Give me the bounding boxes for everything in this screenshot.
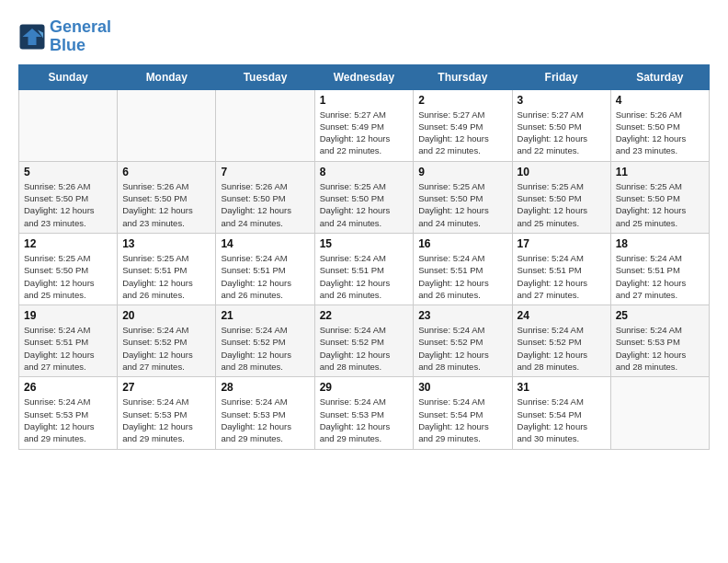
day-number: 4 [616, 94, 704, 107]
calendar-cell: 28Sunrise: 5:24 AM Sunset: 5:53 PM Dayli… [216, 377, 314, 449]
calendar-cell: 8Sunrise: 5:25 AM Sunset: 5:50 PM Daylig… [314, 161, 414, 233]
day-info: Sunrise: 5:24 AM Sunset: 5:51 PM Dayligh… [418, 252, 506, 301]
day-number: 21 [221, 309, 309, 322]
calendar-cell: 15Sunrise: 5:24 AM Sunset: 5:51 PM Dayli… [314, 233, 414, 304]
day-info: Sunrise: 5:26 AM Sunset: 5:50 PM Dayligh… [24, 180, 112, 229]
calendar-cell: 23Sunrise: 5:24 AM Sunset: 5:52 PM Dayli… [414, 305, 512, 377]
calendar-cell: 17Sunrise: 5:24 AM Sunset: 5:51 PM Dayli… [512, 233, 610, 304]
calendar-cell: 31Sunrise: 5:24 AM Sunset: 5:54 PM Dayli… [512, 377, 610, 449]
calendar-cell: 18Sunrise: 5:24 AM Sunset: 5:51 PM Dayli… [610, 233, 709, 304]
calendar-cell: 10Sunrise: 5:25 AM Sunset: 5:50 PM Dayli… [512, 161, 610, 233]
day-number: 10 [518, 166, 606, 178]
day-info: Sunrise: 5:24 AM Sunset: 5:53 PM Dayligh… [24, 396, 112, 444]
day-number: 25 [616, 309, 704, 322]
day-number: 20 [122, 309, 210, 322]
calendar-cell [19, 89, 118, 161]
day-info: Sunrise: 5:25 AM Sunset: 5:51 PM Dayligh… [122, 252, 210, 301]
logo-text: General Blue [50, 18, 111, 55]
col-header-sunday: Sunday [19, 64, 118, 89]
calendar-cell: 22Sunrise: 5:24 AM Sunset: 5:52 PM Dayli… [314, 305, 414, 377]
day-number: 3 [518, 94, 606, 107]
calendar-cell: 24Sunrise: 5:24 AM Sunset: 5:52 PM Dayli… [512, 305, 610, 377]
col-header-monday: Monday [118, 64, 216, 89]
day-info: Sunrise: 5:24 AM Sunset: 5:53 PM Dayligh… [320, 396, 409, 444]
day-number: 2 [418, 94, 506, 107]
day-info: Sunrise: 5:25 AM Sunset: 5:50 PM Dayligh… [320, 180, 409, 229]
calendar-cell: 14Sunrise: 5:24 AM Sunset: 5:51 PM Dayli… [216, 233, 314, 304]
day-info: Sunrise: 5:24 AM Sunset: 5:53 PM Dayligh… [221, 396, 309, 444]
day-number: 16 [418, 237, 506, 250]
day-info: Sunrise: 5:27 AM Sunset: 5:49 PM Dayligh… [418, 109, 506, 157]
day-info: Sunrise: 5:24 AM Sunset: 5:53 PM Dayligh… [616, 324, 704, 373]
calendar-cell: 16Sunrise: 5:24 AM Sunset: 5:51 PM Dayli… [414, 233, 512, 304]
day-info: Sunrise: 5:25 AM Sunset: 5:50 PM Dayligh… [418, 180, 506, 229]
calendar-cell: 30Sunrise: 5:24 AM Sunset: 5:54 PM Dayli… [414, 377, 512, 449]
day-info: Sunrise: 5:26 AM Sunset: 5:50 PM Dayligh… [122, 180, 210, 229]
day-number: 26 [24, 381, 112, 394]
day-number: 1 [320, 94, 409, 107]
day-info: Sunrise: 5:24 AM Sunset: 5:51 PM Dayligh… [616, 252, 704, 301]
day-info: Sunrise: 5:24 AM Sunset: 5:51 PM Dayligh… [24, 324, 112, 373]
calendar-cell: 9Sunrise: 5:25 AM Sunset: 5:50 PM Daylig… [414, 161, 512, 233]
day-number: 22 [320, 309, 409, 322]
logo: General Blue [18, 18, 111, 55]
calendar-cell [118, 89, 216, 161]
calendar-cell: 13Sunrise: 5:25 AM Sunset: 5:51 PM Dayli… [118, 233, 216, 304]
day-number: 14 [221, 237, 309, 250]
day-info: Sunrise: 5:24 AM Sunset: 5:54 PM Dayligh… [418, 396, 506, 444]
calendar-cell: 26Sunrise: 5:24 AM Sunset: 5:53 PM Dayli… [19, 377, 118, 449]
day-info: Sunrise: 5:24 AM Sunset: 5:52 PM Dayligh… [122, 324, 210, 373]
day-info: Sunrise: 5:27 AM Sunset: 5:50 PM Dayligh… [518, 109, 606, 157]
calendar-cell [216, 89, 314, 161]
calendar-cell: 5Sunrise: 5:26 AM Sunset: 5:50 PM Daylig… [19, 161, 118, 233]
day-info: Sunrise: 5:27 AM Sunset: 5:49 PM Dayligh… [320, 109, 409, 157]
day-info: Sunrise: 5:25 AM Sunset: 5:50 PM Dayligh… [518, 180, 606, 229]
calendar-cell: 29Sunrise: 5:24 AM Sunset: 5:53 PM Dayli… [314, 377, 414, 449]
calendar-cell: 1Sunrise: 5:27 AM Sunset: 5:49 PM Daylig… [314, 89, 414, 161]
calendar-cell: 6Sunrise: 5:26 AM Sunset: 5:50 PM Daylig… [118, 161, 216, 233]
col-header-wednesday: Wednesday [314, 64, 414, 89]
day-number: 27 [122, 381, 210, 394]
day-number: 28 [221, 381, 309, 394]
day-info: Sunrise: 5:24 AM Sunset: 5:52 PM Dayligh… [418, 324, 506, 373]
day-number: 15 [320, 237, 409, 250]
day-number: 9 [418, 166, 506, 178]
day-number: 18 [616, 237, 704, 250]
day-number: 7 [221, 166, 309, 178]
calendar-cell: 7Sunrise: 5:26 AM Sunset: 5:50 PM Daylig… [216, 161, 314, 233]
calendar-cell: 12Sunrise: 5:25 AM Sunset: 5:50 PM Dayli… [19, 233, 118, 304]
day-info: Sunrise: 5:24 AM Sunset: 5:53 PM Dayligh… [122, 396, 210, 444]
logo-icon [18, 23, 46, 51]
day-info: Sunrise: 5:25 AM Sunset: 5:50 PM Dayligh… [616, 180, 704, 229]
day-info: Sunrise: 5:25 AM Sunset: 5:50 PM Dayligh… [24, 252, 112, 301]
calendar-table: SundayMondayTuesdayWednesdayThursdayFrid… [18, 64, 710, 450]
col-header-friday: Friday [512, 64, 610, 89]
day-number: 11 [616, 166, 704, 178]
calendar-cell: 4Sunrise: 5:26 AM Sunset: 5:50 PM Daylig… [610, 89, 709, 161]
day-number: 5 [24, 166, 112, 178]
day-number: 13 [122, 237, 210, 250]
day-info: Sunrise: 5:26 AM Sunset: 5:50 PM Dayligh… [221, 180, 309, 229]
day-info: Sunrise: 5:24 AM Sunset: 5:51 PM Dayligh… [518, 252, 606, 301]
calendar-cell: 21Sunrise: 5:24 AM Sunset: 5:52 PM Dayli… [216, 305, 314, 377]
col-header-saturday: Saturday [610, 64, 709, 89]
day-info: Sunrise: 5:26 AM Sunset: 5:50 PM Dayligh… [616, 109, 704, 157]
day-info: Sunrise: 5:24 AM Sunset: 5:52 PM Dayligh… [221, 324, 309, 373]
calendar-cell: 3Sunrise: 5:27 AM Sunset: 5:50 PM Daylig… [512, 89, 610, 161]
calendar-cell: 27Sunrise: 5:24 AM Sunset: 5:53 PM Dayli… [118, 377, 216, 449]
day-number: 19 [24, 309, 112, 322]
day-info: Sunrise: 5:24 AM Sunset: 5:52 PM Dayligh… [320, 324, 409, 373]
day-number: 8 [320, 166, 409, 178]
calendar-cell: 25Sunrise: 5:24 AM Sunset: 5:53 PM Dayli… [610, 305, 709, 377]
calendar-cell: 2Sunrise: 5:27 AM Sunset: 5:49 PM Daylig… [414, 89, 512, 161]
day-number: 24 [518, 309, 606, 322]
day-info: Sunrise: 5:24 AM Sunset: 5:51 PM Dayligh… [221, 252, 309, 301]
day-number: 12 [24, 237, 112, 250]
day-number: 6 [122, 166, 210, 178]
day-number: 17 [518, 237, 606, 250]
col-header-tuesday: Tuesday [216, 64, 314, 89]
calendar-cell: 11Sunrise: 5:25 AM Sunset: 5:50 PM Dayli… [610, 161, 709, 233]
day-number: 23 [418, 309, 506, 322]
day-info: Sunrise: 5:24 AM Sunset: 5:51 PM Dayligh… [320, 252, 409, 301]
day-info: Sunrise: 5:24 AM Sunset: 5:52 PM Dayligh… [518, 324, 606, 373]
